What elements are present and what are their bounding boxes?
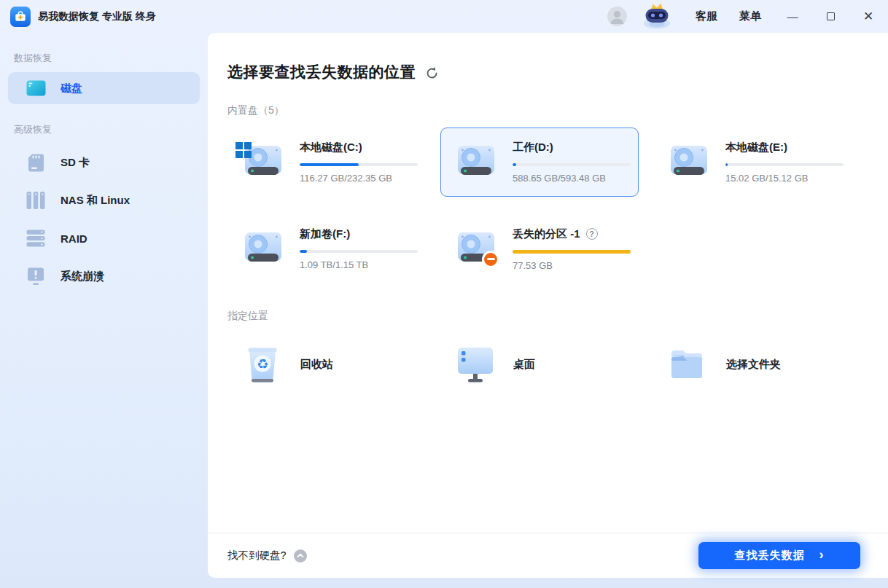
app-title: 易我数据恢复 专业版 终身 bbox=[38, 10, 156, 23]
cant-find-disk-toggle[interactable]: 找不到硬盘? bbox=[227, 549, 307, 562]
disk-usage: 588.65 GB/593.48 GB bbox=[513, 173, 631, 184]
minimize-button[interactable]: — bbox=[786, 10, 799, 23]
usage-bar bbox=[513, 163, 631, 166]
sidebar-item-system-crash[interactable]: 系统崩溃 bbox=[8, 257, 200, 295]
main-panel: 选择要查找丢失数据的位置 内置盘（5） 本地磁盘(C:) 116.27 GB/2… bbox=[208, 33, 888, 578]
lost-minus-badge-icon bbox=[482, 251, 499, 268]
internal-disks-label: 内置盘（5） bbox=[227, 104, 860, 117]
disk-icon bbox=[26, 80, 46, 96]
sidebar-section-advanced: 高级恢复 bbox=[14, 123, 208, 136]
sd-card-icon bbox=[26, 154, 46, 172]
disk-card-f[interactable]: 新加卷(F:) 1.09 TB/1.15 TB bbox=[227, 214, 426, 283]
disk-name: 新加卷(F:) bbox=[300, 227, 418, 241]
location-select-folder[interactable]: 选择文件夹 bbox=[653, 336, 852, 393]
page-title: 选择要查找丢失数据的位置 bbox=[227, 62, 416, 82]
assistant-mascot-icon[interactable] bbox=[640, 1, 674, 32]
disk-name: 本地磁盘(E:) bbox=[725, 141, 844, 154]
usage-bar bbox=[300, 163, 418, 166]
location-label: 选择文件夹 bbox=[726, 358, 781, 372]
sidebar-item-label: RAID bbox=[61, 232, 87, 245]
raid-stack-icon bbox=[26, 230, 46, 247]
hard-drive-icon bbox=[456, 145, 496, 180]
scan-for-lost-data-button[interactable]: 查找丢失数据 › bbox=[698, 542, 860, 569]
usage-bar bbox=[300, 250, 418, 253]
disk-name: 本地磁盘(C:) bbox=[300, 141, 418, 154]
hard-drive-icon bbox=[243, 232, 284, 267]
maximize-icon bbox=[827, 12, 835, 20]
usage-bar bbox=[513, 250, 631, 254]
sidebar-item-label: NAS 和 Linux bbox=[61, 194, 130, 208]
disk-name: 丢失的分区 -1 bbox=[513, 227, 580, 241]
svg-text:♻: ♻ bbox=[257, 357, 268, 372]
disk-usage: 15.02 GB/15.12 GB bbox=[725, 173, 844, 184]
windows-badge-icon bbox=[235, 142, 252, 158]
sidebar-item-disk[interactable]: 磁盘 bbox=[8, 72, 200, 104]
sidebar-item-label: 系统崩溃 bbox=[61, 270, 104, 283]
chevron-right-icon: › bbox=[819, 547, 825, 562]
maximize-button[interactable] bbox=[824, 10, 837, 23]
app-logo-icon bbox=[10, 7, 31, 27]
location-desktop[interactable]: 桌面 bbox=[440, 336, 639, 393]
close-button[interactable]: ✕ bbox=[862, 10, 875, 23]
disk-card-c[interactable]: 本地磁盘(C:) 116.27 GB/232.35 GB bbox=[227, 128, 426, 197]
disk-card-d[interactable]: 工作(D:) 588.65 GB/593.48 GB bbox=[440, 128, 639, 197]
disk-card-e[interactable]: 本地磁盘(E:) 15.02 GB/15.12 GB bbox=[653, 128, 852, 197]
sidebar-item-raid[interactable]: RAID bbox=[8, 219, 200, 257]
disk-usage: 116.27 GB/232.35 GB bbox=[300, 173, 418, 184]
titlebar: 易我数据恢复 专业版 终身 客服 菜单 — ✕ bbox=[0, 0, 888, 33]
location-label: 桌面 bbox=[513, 358, 535, 372]
sidebar-item-nas-linux[interactable]: NAS 和 Linux bbox=[8, 181, 200, 219]
hard-drive-icon bbox=[669, 145, 709, 180]
specified-locations-label: 指定位置 bbox=[227, 310, 860, 323]
sidebar-item-sd-card[interactable]: SD 卡 bbox=[8, 144, 200, 181]
sidebar-item-label: 磁盘 bbox=[61, 82, 82, 95]
help-icon[interactable]: ? bbox=[586, 228, 598, 240]
location-label: 回收站 bbox=[300, 358, 333, 372]
disk-grid: 本地磁盘(C:) 116.27 GB/232.35 GB 工作(D:) 588.… bbox=[227, 128, 860, 283]
footer-bar: 找不到硬盘? 查找丢失数据 › bbox=[208, 533, 888, 578]
crashed-system-icon bbox=[26, 267, 46, 286]
lost-partition-drive-icon bbox=[456, 232, 496, 267]
sidebar: 数据恢复 磁盘 高级恢复 SD 卡 bbox=[0, 33, 208, 588]
desktop-monitor-icon bbox=[456, 346, 494, 383]
refresh-icon[interactable] bbox=[425, 66, 439, 80]
menu-link[interactable]: 菜单 bbox=[739, 9, 761, 23]
chevron-up-icon bbox=[294, 549, 307, 562]
hard-drive-icon bbox=[243, 145, 284, 180]
folder-icon bbox=[669, 349, 707, 380]
disk-usage: 1.09 TB/1.15 TB bbox=[300, 259, 418, 270]
support-link[interactable]: 客服 bbox=[696, 9, 717, 23]
disk-usage: 77.53 GB bbox=[513, 260, 631, 271]
disk-name: 工作(D:) bbox=[513, 141, 631, 154]
sidebar-item-label: SD 卡 bbox=[61, 156, 90, 170]
scan-button-label: 查找丢失数据 bbox=[735, 549, 805, 562]
disk-card-lost-partition[interactable]: 丢失的分区 -1 ? 77.53 GB bbox=[440, 214, 639, 283]
locations-grid: ♻ 回收站 桌面 bbox=[227, 336, 860, 393]
recycle-bin-icon: ♻ bbox=[244, 345, 281, 383]
nas-servers-icon bbox=[26, 191, 46, 210]
sidebar-section-data-recovery: 数据恢复 bbox=[14, 52, 208, 65]
user-avatar[interactable] bbox=[607, 7, 627, 26]
usage-bar bbox=[725, 163, 844, 166]
location-recycle-bin[interactable]: ♻ 回收站 bbox=[227, 336, 426, 393]
cant-find-disk-label: 找不到硬盘? bbox=[227, 549, 287, 562]
